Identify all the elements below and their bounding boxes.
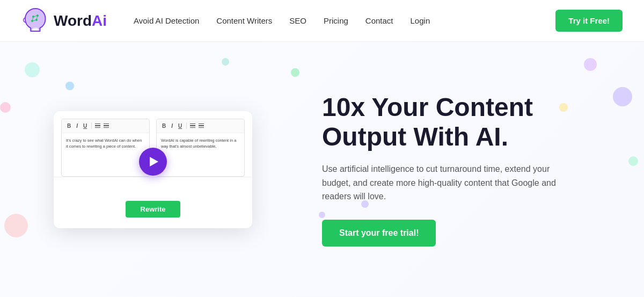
- hero-right: 10x Your Content Output With AI. Use art…: [306, 42, 644, 297]
- nav-contact[interactable]: Contact: [365, 16, 393, 25]
- nav-login[interactable]: Login: [411, 16, 430, 25]
- toolbar-list-2: [104, 124, 109, 128]
- toolbar-underline-right[interactable]: U: [177, 122, 183, 129]
- editor-toolbar-right: B I U: [157, 119, 244, 133]
- toolbar-bold-right[interactable]: B: [161, 122, 167, 129]
- toolbar-divider-1: [91, 122, 92, 129]
- navbar: WordAi Avoid AI Detection Content Writer…: [0, 0, 644, 42]
- rewrite-button[interactable]: Rewrite: [126, 201, 181, 218]
- decoration-circle: [559, 103, 568, 112]
- hero-headline: 10x Your Content Output With AI.: [322, 92, 612, 151]
- logo-word: Word: [54, 12, 92, 29]
- toolbar-italic-right[interactable]: I: [170, 122, 174, 129]
- decoration-circle: [361, 200, 369, 208]
- hero-left: B I U It's crazy to see what WordAI can …: [0, 42, 306, 297]
- logo-ai: Ai: [92, 12, 107, 29]
- editor-toolbar-left: B I U: [62, 119, 149, 133]
- decoration-circle: [613, 87, 632, 106]
- hero-section: B I U It's crazy to see what WordAI can …: [0, 42, 644, 297]
- decoration-circle: [319, 212, 325, 218]
- toolbar-bold-left[interactable]: B: [66, 122, 72, 129]
- hero-cta-button[interactable]: Start your free trial!: [322, 220, 436, 247]
- play-icon: [150, 157, 158, 166]
- toolbar-list-1: [95, 124, 100, 128]
- nav-seo[interactable]: SEO: [289, 16, 306, 25]
- logo[interactable]: WordAi: [21, 7, 107, 35]
- editor-content-left: It's crazy to see what WordAI can do whe…: [62, 133, 149, 176]
- hero-subtext: Use artificial intelligence to cut turna…: [322, 162, 558, 204]
- nav-avoid-ai[interactable]: Avoid AI Detection: [134, 16, 199, 25]
- editor-mockup: B I U It's crazy to see what WordAI can …: [54, 111, 252, 228]
- toolbar-list-3: [190, 124, 195, 128]
- toolbar-divider-2: [186, 122, 187, 129]
- toolbar-italic-left[interactable]: I: [75, 122, 79, 129]
- nav-content-writers[interactable]: Content Writers: [216, 16, 272, 25]
- editor-panel-left: B I U It's crazy to see what WordAI can …: [61, 119, 150, 177]
- editor-panel-right: B I U WordAI is capable of rewriting con…: [156, 119, 245, 177]
- decoration-circle: [584, 58, 597, 71]
- rewrite-bar: Rewrite: [54, 193, 252, 218]
- editor-content-right: WordAI is capable of rewriting content i…: [157, 133, 244, 176]
- logo-icon: [21, 7, 49, 35]
- toolbar-list-4: [199, 124, 204, 128]
- nav-links: Avoid AI Detection Content Writers SEO P…: [134, 16, 555, 25]
- play-button[interactable]: [139, 148, 167, 176]
- nav-pricing[interactable]: Pricing: [324, 16, 348, 25]
- decoration-circle: [628, 156, 638, 166]
- nav-cta-button[interactable]: Try it Free!: [555, 10, 623, 32]
- toolbar-underline-left[interactable]: U: [82, 122, 88, 129]
